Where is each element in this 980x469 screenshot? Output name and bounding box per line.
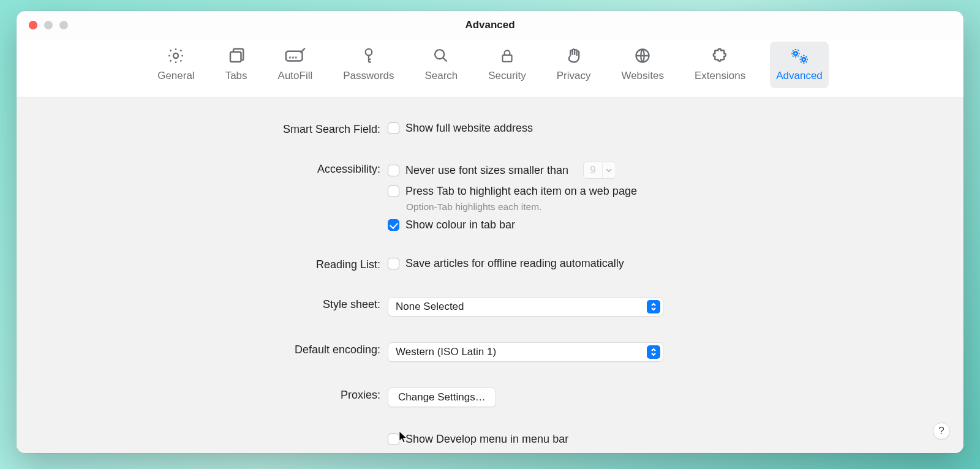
svg-point-6 [366, 49, 372, 56]
tab-label: Privacy [557, 70, 591, 82]
svg-point-5 [296, 58, 296, 58]
tab-privacy[interactable]: Privacy [551, 42, 597, 88]
svg-point-11 [802, 58, 806, 61]
tab-label: Extensions [695, 70, 745, 82]
svg-rect-8 [502, 55, 511, 62]
tab-label: Security [488, 70, 526, 82]
prefs-toolbar: General Tabs AutoFill Passwords Search [17, 39, 963, 97]
svg-point-4 [293, 58, 293, 58]
show-full-address-checkbox[interactable] [388, 122, 399, 134]
min-font-size-select[interactable]: 9 [583, 162, 616, 179]
min-font-value: 9 [584, 164, 601, 176]
style-sheet-select[interactable]: None Selected [388, 297, 663, 317]
press-tab-hint: Option-Tab highlights each item. [406, 201, 963, 212]
show-colour-checkbox[interactable] [388, 219, 399, 231]
hand-icon [564, 45, 584, 66]
default-encoding-value: Western (ISO Latin 1) [396, 346, 496, 358]
lock-icon [497, 45, 518, 66]
preferences-window: Advanced General Tabs AutoFill Passwor [17, 11, 963, 453]
press-tab-text: Press Tab to highlight each item on a we… [405, 185, 637, 198]
content-pane: Smart Search Field: Show full website ad… [17, 97, 963, 453]
svg-rect-2 [286, 51, 303, 61]
search-icon [431, 45, 451, 66]
default-encoding-label: Default encoding: [17, 342, 380, 356]
tabs-icon [226, 45, 247, 66]
puzzle-icon [710, 45, 731, 66]
min-font-checkbox[interactable] [388, 165, 399, 176]
svg-point-3 [290, 58, 290, 58]
default-encoding-select[interactable]: Western (ISO Latin 1) [388, 342, 663, 362]
tab-websites[interactable]: Websites [615, 42, 670, 88]
style-sheet-value: None Selected [396, 301, 464, 313]
press-tab-checkbox[interactable] [388, 186, 399, 197]
reading-list-label: Reading List: [17, 257, 380, 271]
chevron-down-icon [602, 162, 616, 178]
tab-label: Passwords [343, 70, 394, 82]
updown-chevrons-icon [647, 300, 660, 313]
svg-point-0 [173, 53, 178, 58]
tab-security[interactable]: Security [482, 42, 532, 88]
proxies-label: Proxies: [17, 388, 380, 402]
svg-point-7 [435, 50, 444, 59]
tab-label: Advanced [776, 70, 823, 82]
develop-menu-checkbox[interactable] [388, 433, 399, 445]
save-offline-checkbox[interactable] [388, 258, 399, 269]
tab-general[interactable]: General [151, 42, 200, 88]
tab-label: Websites [621, 70, 664, 82]
develop-menu-text: Show Develop menu in menu bar [405, 433, 568, 446]
show-full-address-text: Show full website address [405, 122, 533, 135]
svg-rect-1 [230, 52, 241, 62]
updown-chevrons-icon [647, 345, 660, 359]
accessibility-label: Accessibility: [17, 162, 380, 176]
gear-icon [165, 45, 186, 66]
smart-search-label: Smart Search Field: [17, 122, 380, 136]
tab-label: General [157, 70, 194, 82]
tab-passwords[interactable]: Passwords [337, 42, 400, 88]
save-offline-text: Save articles for offline reading automa… [405, 257, 624, 270]
tab-search[interactable]: Search [418, 42, 464, 88]
svg-point-10 [794, 52, 797, 56]
change-settings-button[interactable]: Change Settings… [388, 388, 496, 407]
tab-label: Search [424, 70, 458, 82]
window-title: Advanced [17, 19, 963, 31]
tab-autofill[interactable]: AutoFill [272, 42, 319, 88]
min-font-text: Never use font sizes smaller than [405, 164, 568, 177]
tab-advanced[interactable]: Advanced [770, 42, 829, 88]
globe-icon [632, 45, 653, 66]
show-colour-text: Show colour in tab bar [405, 219, 515, 231]
tab-tabs[interactable]: Tabs [219, 42, 254, 88]
tab-label: AutoFill [278, 70, 313, 82]
tab-label: Tabs [225, 70, 247, 82]
autofill-icon [285, 45, 306, 66]
tab-extensions[interactable]: Extensions [688, 42, 752, 88]
titlebar: Advanced [17, 11, 963, 39]
style-sheet-label: Style sheet: [17, 297, 380, 311]
help-button[interactable]: ? [933, 422, 950, 440]
key-icon [358, 45, 379, 66]
gears-icon [789, 45, 810, 66]
